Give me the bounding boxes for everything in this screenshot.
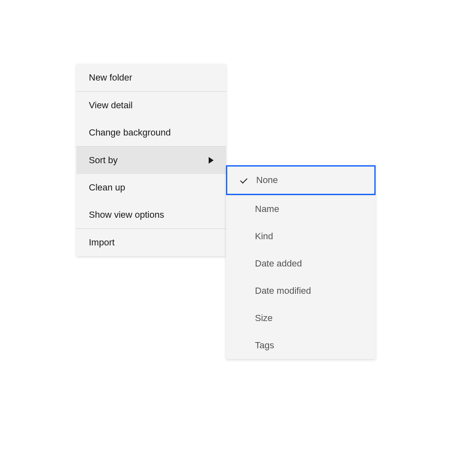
submenu-item-date-modified[interactable]: Date modified — [226, 277, 376, 305]
menu-item-view-detail[interactable]: View detail — [76, 92, 226, 119]
menu-item-label: Change background — [89, 127, 171, 138]
submenu-item-none[interactable]: None — [226, 165, 376, 195]
sort-by-submenu: None Name Kind Date added Date modified … — [226, 165, 376, 359]
submenu-item-label: Tags — [255, 340, 363, 351]
menu-item-label: New folder — [89, 72, 132, 83]
submenu-item-label: Kind — [255, 231, 363, 242]
submenu-item-label: Date modified — [255, 286, 363, 296]
menu-item-clean-up[interactable]: Clean up — [76, 174, 226, 201]
menu-item-label: View detail — [89, 100, 133, 111]
menu-item-change-background[interactable]: Change background — [76, 119, 226, 146]
submenu-item-label: Name — [255, 204, 363, 214]
submenu-item-name[interactable]: Name — [226, 195, 376, 223]
menu-item-sort-by[interactable]: Sort by — [76, 147, 226, 174]
check-slot — [240, 177, 256, 183]
menu-item-label: Import — [89, 237, 114, 248]
menu-item-label: Show view options — [89, 209, 164, 220]
submenu-item-label: None — [256, 175, 362, 186]
submenu-item-kind[interactable]: Kind — [226, 223, 376, 250]
menu-item-import[interactable]: Import — [76, 229, 226, 256]
chevron-right-icon — [209, 157, 214, 164]
submenu-item-date-added[interactable]: Date added — [226, 250, 376, 277]
menu-item-show-view-options[interactable]: Show view options — [76, 201, 226, 228]
menu-item-new-folder[interactable]: New folder — [76, 64, 226, 91]
submenu-item-tags[interactable]: Tags — [226, 332, 376, 359]
menu-item-label: Sort by — [89, 155, 118, 166]
submenu-item-label: Size — [255, 313, 363, 324]
menu-item-label: Clean up — [89, 182, 125, 193]
check-icon — [240, 177, 248, 183]
submenu-item-label: Date added — [255, 258, 363, 269]
context-menu: New folder View detail Change background… — [76, 64, 226, 256]
submenu-item-size[interactable]: Size — [226, 305, 376, 332]
